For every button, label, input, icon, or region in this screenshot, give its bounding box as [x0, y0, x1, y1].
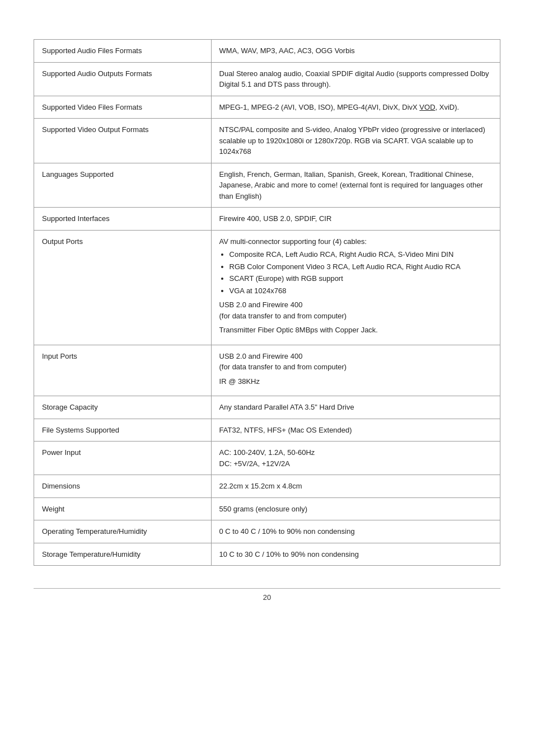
- page-number: 20: [263, 593, 271, 602]
- table-row: Supported Audio Outputs FormatsDual Ster…: [34, 62, 500, 96]
- row-label: Languages Supported: [34, 163, 212, 208]
- table-row: Supported Video Files FormatsMPEG-1, MPE…: [34, 96, 500, 119]
- row-value: Firewire 400, USB 2.0, SPDIF, CIR: [211, 208, 500, 231]
- row-value: 550 grams (enclosure only): [211, 497, 500, 520]
- row-value: USB 2.0 and Firewire 400(for data transf…: [211, 345, 500, 396]
- page-footer: 20: [34, 588, 500, 602]
- row-label: Supported Video Files Formats: [34, 96, 212, 119]
- table-row: Dimensions22.2cm x 15.2cm x 4.8cm: [34, 475, 500, 498]
- table-row: Storage CapacityAny standard Parallel AT…: [34, 396, 500, 419]
- row-label: Supported Interfaces: [34, 208, 212, 231]
- table-row: Power InputAC: 100-240V, 1.2A, 50-60HzDC…: [34, 442, 500, 475]
- table-row: Storage Temperature/Humidity10 C to 30 C…: [34, 543, 500, 566]
- table-row: Input PortsUSB 2.0 and Firewire 400(for …: [34, 345, 500, 396]
- spec-table: Supported Audio Files FormatsWMA, WAV, M…: [34, 39, 500, 566]
- row-label: Operating Temperature/Humidity: [34, 520, 212, 543]
- row-value: AC: 100-240V, 1.2A, 50-60HzDC: +5V/2A, +…: [211, 442, 500, 475]
- row-label: Power Input: [34, 442, 212, 475]
- row-value: Dual Stereo analog audio, Coaxial SPDIF …: [211, 62, 500, 96]
- row-value: AV multi-connector supporting four (4) c…: [211, 230, 500, 345]
- row-value: MPEG-1, MPEG-2 (AVI, VOB, ISO), MPEG-4(A…: [211, 96, 500, 119]
- row-label: Supported Audio Outputs Formats: [34, 62, 212, 96]
- row-label: Storage Temperature/Humidity: [34, 543, 212, 566]
- row-value: NTSC/PAL composite and S-video, Analog Y…: [211, 119, 500, 163]
- row-value: WMA, WAV, MP3, AAC, AC3, OGG Vorbis: [211, 40, 500, 63]
- table-row: Output PortsAV multi-connector supportin…: [34, 230, 500, 345]
- row-value: 0 C to 40 C / 10% to 90% non condensing: [211, 520, 500, 543]
- row-label: Supported Audio Files Formats: [34, 40, 212, 63]
- row-label: Output Ports: [34, 230, 212, 345]
- table-row: Languages SupportedEnglish, French, Germ…: [34, 163, 500, 208]
- row-value: Any standard Parallel ATA 3.5" Hard Driv…: [211, 396, 500, 419]
- row-label: File Systems Supported: [34, 419, 212, 442]
- row-label: Input Ports: [34, 345, 212, 396]
- table-row: Supported InterfacesFirewire 400, USB 2.…: [34, 208, 500, 231]
- row-label: Dimensions: [34, 475, 212, 498]
- row-label: Storage Capacity: [34, 396, 212, 419]
- table-row: Supported Video Output FormatsNTSC/PAL c…: [34, 119, 500, 163]
- table-row: Weight550 grams (enclosure only): [34, 497, 500, 520]
- table-row: Supported Audio Files FormatsWMA, WAV, M…: [34, 40, 500, 63]
- row-value: 10 C to 30 C / 10% to 90% non condensing: [211, 543, 500, 566]
- table-row: File Systems SupportedFAT32, NTFS, HFS+ …: [34, 419, 500, 442]
- row-value: 22.2cm x 15.2cm x 4.8cm: [211, 475, 500, 498]
- row-label: Weight: [34, 497, 212, 520]
- table-row: Operating Temperature/Humidity0 C to 40 …: [34, 520, 500, 543]
- row-value: English, French, German, Italian, Spanis…: [211, 163, 500, 208]
- row-label: Supported Video Output Formats: [34, 119, 212, 163]
- row-value: FAT32, NTFS, HFS+ (Mac OS Extended): [211, 419, 500, 442]
